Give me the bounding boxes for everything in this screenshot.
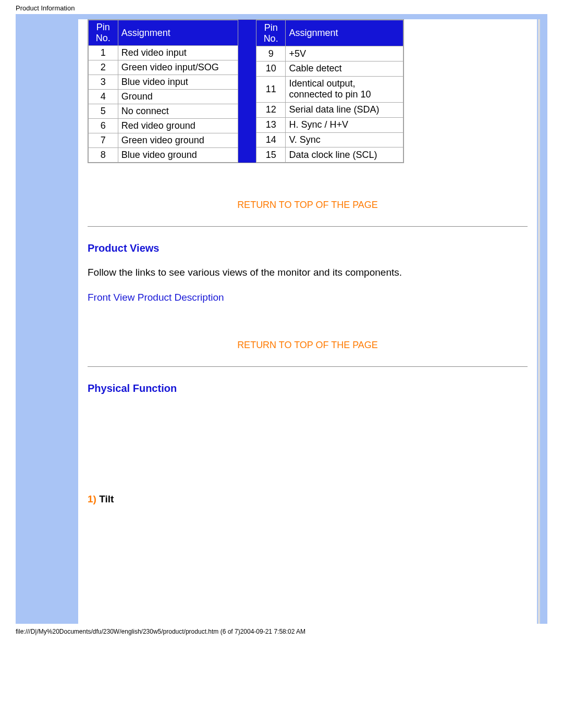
cell-assign: Identical output, connected to pin 10 [286, 76, 403, 102]
return-to-top-link[interactable]: RETURN TO TOP OF THE PAGE [88, 340, 528, 351]
cell-pin: 1 [89, 46, 118, 60]
cell-assign: Data clock line (SCL) [286, 147, 403, 163]
cell-pin: 10 [256, 61, 286, 77]
content-area: Pin No. Assignment 1Red video input 2Gre… [78, 19, 537, 624]
return-to-top-link[interactable]: RETURN TO TOP OF THE PAGE [88, 200, 528, 211]
cell-pin: 9 [256, 46, 286, 61]
pin-table-left: Pin No. Assignment 1Red video input 2Gre… [88, 20, 238, 163]
product-views-text: Follow the links to see various views of… [88, 267, 528, 278]
th-pin-no: Pin No. [256, 20, 286, 46]
divider [88, 366, 528, 367]
cell-pin: 2 [89, 60, 118, 75]
cell-pin: 13 [256, 117, 286, 132]
cell-pin: 15 [256, 147, 286, 163]
scrollbar-placeholder [538, 19, 540, 624]
cell-assign: Red video input [118, 46, 238, 60]
divider [88, 226, 528, 227]
page-header-title: Product Information [0, 0, 563, 14]
pin-table-right: Pin No. Assignment 9+5V 10Cable detect 1… [256, 20, 403, 163]
heading-product-views: Product Views [88, 242, 528, 254]
cell-assign: Blue video ground [118, 148, 238, 163]
tilt-number: 1) [88, 493, 96, 504]
footer-file-path: file:///D|/My%20Documents/dfu/230W/engli… [0, 624, 563, 640]
cell-assign: H. Sync / H+V [286, 117, 403, 132]
cell-assign: No connect [118, 104, 238, 119]
cell-pin: 6 [89, 119, 118, 133]
table-divider [238, 20, 256, 163]
front-view-link[interactable]: Front View Product Description [88, 292, 224, 303]
cell-assign: V. Sync [286, 132, 403, 147]
cell-pin: 5 [89, 104, 118, 119]
pin-assignment-tables: Pin No. Assignment 1Red video input 2Gre… [88, 19, 404, 163]
cell-assign: Green video ground [118, 133, 238, 148]
th-assignment: Assignment [118, 20, 238, 46]
cell-pin: 4 [89, 90, 118, 104]
cell-assign: Cable detect [286, 61, 403, 77]
cell-pin: 11 [256, 76, 286, 102]
cell-pin: 14 [256, 132, 286, 147]
cell-assign: Red video ground [118, 119, 238, 133]
heading-physical-function: Physical Function [88, 382, 528, 394]
cell-assign: Serial data line (SDA) [286, 103, 403, 118]
tilt-text: Tilt [96, 493, 114, 504]
outer-frame: Pin No. Assignment 1Red video input 2Gre… [16, 14, 547, 624]
cell-assign: Blue video input [118, 75, 238, 90]
cell-assign: Ground [118, 90, 238, 104]
cell-pin: 8 [89, 148, 118, 163]
th-pin-no: Pin No. [89, 20, 118, 46]
cell-assign: +5V [286, 46, 403, 61]
th-assignment: Assignment [286, 20, 403, 46]
cell-pin: 7 [89, 133, 118, 148]
tilt-heading: 1) Tilt [88, 493, 528, 505]
cell-pin: 3 [89, 75, 118, 90]
cell-pin: 12 [256, 103, 286, 118]
cell-assign: Green video input/SOG [118, 60, 238, 75]
